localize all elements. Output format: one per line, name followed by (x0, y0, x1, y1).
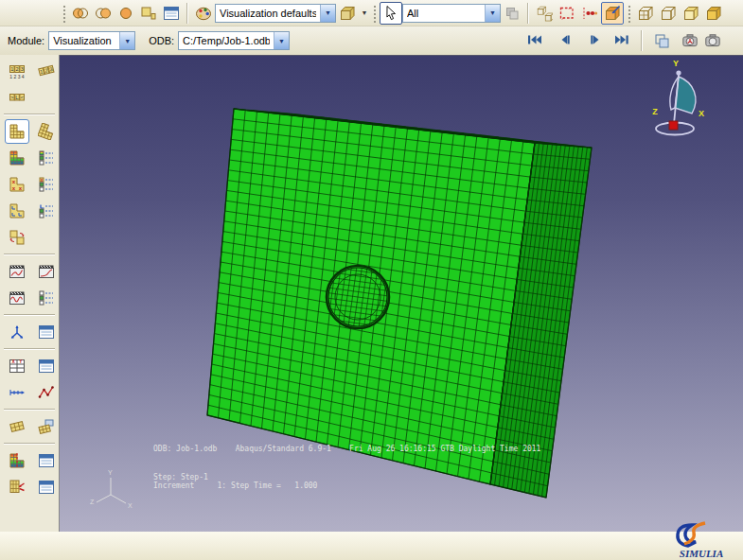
color-code-palette-icon[interactable] (192, 2, 215, 25)
viewport-numbers-button[interactable]: 123 (34, 59, 59, 83)
view-cut-button[interactable] (5, 448, 29, 473)
animation-camera-icon[interactable] (679, 29, 701, 52)
xy-data-table-button[interactable]: XY (5, 354, 29, 378)
svg-text:2: 2 (15, 66, 18, 72)
animate-time-history-button[interactable] (34, 259, 59, 284)
render-wireframe-button[interactable] (634, 2, 657, 25)
legend-minmax-button[interactable]: >L< (5, 85, 29, 110)
display-group-manager-button[interactable] (160, 2, 183, 25)
last-frame-button[interactable] (610, 29, 633, 52)
plot-symbols-button[interactable]: xxx (5, 172, 29, 197)
overlay-swap-button[interactable] (5, 225, 29, 250)
path-tool-button[interactable] (5, 380, 29, 405)
plot-deformed-button[interactable] (34, 119, 59, 144)
plot-contours-button[interactable] (5, 146, 29, 170)
toolbox-row (0, 224, 59, 251)
boolean-replace-icon[interactable] (115, 2, 137, 25)
odb-title-text: ODB: Job-1.odb Abaqus/Standard 6.9-1 Fri… (153, 445, 540, 453)
snapshot-camera-icon[interactable] (701, 29, 724, 52)
xy-data-manager-button[interactable] (34, 354, 59, 378)
increment-text: Increment 1: Step Time = 1.000 (153, 481, 317, 490)
field-output-dialog-button[interactable] (34, 320, 59, 344)
create-display-group-button[interactable] (137, 2, 160, 25)
svg-text:Z: Z (652, 107, 658, 116)
render-hidden-button[interactable] (657, 2, 680, 25)
combo-arrow-icon[interactable]: ▼ (485, 5, 500, 22)
animate-harmonic-button[interactable] (5, 286, 29, 310)
svg-text:X: X (128, 502, 133, 509)
color-code-defaults-value: Visualization defaults (220, 8, 316, 19)
combo-arrow-icon[interactable]: ▼ (320, 5, 335, 22)
select-cursor-button[interactable] (380, 2, 402, 25)
toolbox-row (0, 258, 59, 285)
color-code-defaults-combo[interactable]: Visualization defaults ▼ (215, 4, 336, 23)
animation-options-button[interactable] (34, 286, 59, 310)
toolbox-row: xxxx (0, 171, 59, 198)
overlay-plot-icon[interactable] (650, 29, 673, 52)
toolbar-drag-handle[interactable] (62, 4, 66, 23)
free-body-manager-button[interactable] (34, 475, 59, 499)
free-body-cut-button[interactable] (5, 475, 29, 499)
meshed-part-plot: Y Z X Y Z X (60, 56, 743, 533)
boolean-union-icon[interactable] (69, 2, 92, 25)
orientation-options-button[interactable] (34, 199, 59, 223)
combo-arrow-icon[interactable]: ▼ (119, 32, 134, 49)
toolbox-row: XY (0, 353, 59, 379)
zoom-box-icon[interactable] (556, 2, 578, 25)
toolbox-row: 1231 2 3 4123 (0, 58, 59, 84)
plot-orientations-button[interactable] (5, 199, 29, 223)
contour-options-button[interactable] (34, 146, 59, 170)
simulia-logo: SIMULIA (663, 517, 739, 560)
svg-text:Y: Y (108, 469, 113, 476)
selection-filter-value: All (407, 8, 481, 19)
toolbox-separator (4, 409, 55, 411)
render-shaded-button[interactable] (680, 2, 702, 25)
field-output-numbers-button[interactable]: 1231 2 3 4 (5, 59, 29, 83)
render-style-cube-icon[interactable] (336, 2, 359, 25)
toolbox-row (0, 285, 59, 311)
render-filled-button[interactable] (702, 2, 725, 25)
boolean-intersect-icon[interactable] (92, 2, 115, 25)
toolbar-drag-handle[interactable] (627, 4, 631, 23)
next-frame-button[interactable] (584, 29, 607, 52)
odb-combo[interactable]: C:/Temp/Job-1.odb ▼ (178, 31, 290, 50)
render-style-dropdown-icon[interactable]: ▼ (360, 9, 369, 16)
combo-arrow-icon[interactable]: ▼ (274, 32, 289, 49)
module-combo[interactable]: Visualization ▼ (48, 31, 135, 50)
rotate-view-cube-button[interactable] (601, 2, 624, 25)
animate-scale-factor-button[interactable] (5, 259, 29, 284)
selection-filter-combo[interactable]: All ▼ (402, 4, 501, 23)
selection-groups-icon (501, 2, 523, 25)
svg-text:1: 1 (10, 66, 13, 72)
toolbox-separator (4, 348, 55, 350)
toolbar-separator (641, 30, 643, 51)
create-cut-button[interactable] (5, 414, 29, 439)
toolbar-separator (186, 3, 188, 24)
toolbox-row (0, 198, 59, 224)
toolbox-separator (4, 254, 55, 255)
svg-text:3: 3 (21, 66, 24, 72)
view-cut-manager-button[interactable] (34, 448, 59, 473)
symbol-options-button[interactable]: x (34, 172, 59, 197)
view-manipulation-cubes-icon[interactable] (533, 2, 556, 25)
toolbox-row: >L< (0, 84, 59, 111)
step-text: Step: Step-1 (153, 473, 208, 481)
select-entities-icon[interactable] (578, 2, 601, 25)
main-toolbar: Visualization defaults ▼ ▼ All ▼ (0, 0, 743, 26)
origin-triad: Y Z X (90, 469, 133, 509)
xy-plot-button[interactable] (34, 380, 59, 405)
first-frame-button[interactable] (523, 29, 546, 52)
toolbox-row (0, 447, 59, 474)
toolbar-drag-handle[interactable] (372, 4, 377, 23)
plot-undeformed-button[interactable] (5, 119, 29, 144)
svg-text:<: < (20, 95, 24, 100)
previous-frame-button[interactable] (554, 29, 576, 52)
module-label: Module: (8, 35, 44, 46)
toolbox-row (0, 413, 59, 440)
viewport-canvas[interactable]: Y Z X Y Z X ODB: Job-1.odb Abaqus/Standa… (60, 55, 743, 533)
svg-text:Y: Y (673, 59, 679, 68)
field-output-tool-button[interactable] (5, 320, 29, 344)
cut-manager-button[interactable] (34, 414, 59, 439)
svg-text:1 2 3 4: 1 2 3 4 (9, 74, 25, 79)
context-bar: Module: Visualization ▼ ODB: C:/Temp/Job… (0, 26, 743, 55)
